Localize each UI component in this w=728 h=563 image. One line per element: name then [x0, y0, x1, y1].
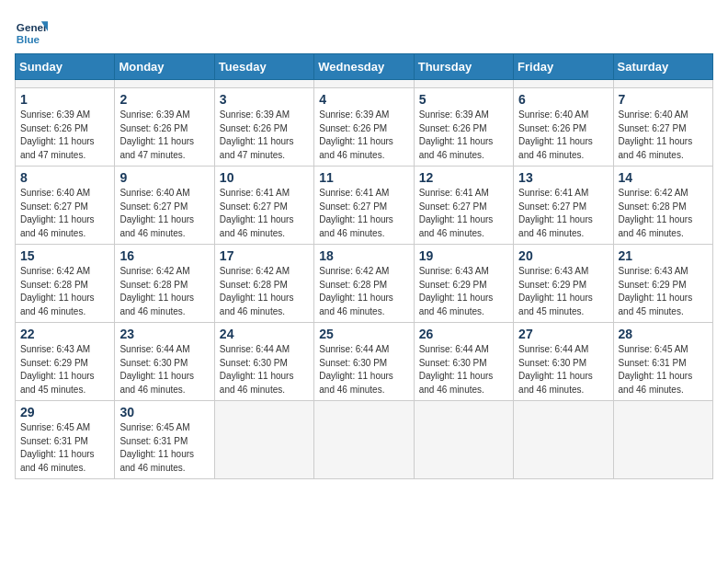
day-info: Sunrise: 6:40 AMSunset: 6:27 PMDaylight:…	[619, 109, 708, 162]
logo: General Blue	[15, 15, 48, 48]
day-number: 1	[20, 92, 109, 107]
day-info: Sunrise: 6:40 AMSunset: 6:27 PMDaylight:…	[20, 187, 109, 240]
day-number: 30	[119, 405, 209, 419]
calendar-cell: 11Sunrise: 6:41 AMSunset: 6:27 PMDayligh…	[314, 167, 414, 245]
day-number: 23	[119, 327, 209, 341]
calendar-cell: 20Sunrise: 6:43 AMSunset: 6:29 PMDayligh…	[514, 245, 613, 323]
day-info: Sunrise: 6:39 AMSunset: 6:26 PMDaylight:…	[20, 109, 109, 162]
day-number: 28	[619, 327, 708, 341]
calendar-cell: 21Sunrise: 6:43 AMSunset: 6:29 PMDayligh…	[613, 245, 712, 323]
calendar-cell: 30Sunrise: 6:45 AMSunset: 6:31 PMDayligh…	[115, 401, 214, 479]
calendar-cell	[214, 80, 313, 88]
weekday-header-thursday: Thursday	[414, 54, 513, 80]
weekday-header-tuesday: Tuesday	[214, 54, 313, 80]
day-info: Sunrise: 6:44 AMSunset: 6:30 PMDaylight:…	[518, 343, 608, 396]
day-number: 4	[319, 92, 408, 107]
day-number: 7	[619, 92, 708, 107]
calendar-cell	[514, 80, 613, 88]
day-number: 6	[518, 92, 608, 107]
day-info: Sunrise: 6:41 AMSunset: 6:27 PMDaylight:…	[319, 187, 408, 240]
calendar-cell	[514, 401, 613, 479]
day-number: 20	[518, 248, 608, 263]
day-info: Sunrise: 6:41 AMSunset: 6:27 PMDaylight:…	[419, 187, 508, 240]
calendar-cell: 15Sunrise: 6:42 AMSunset: 6:28 PMDayligh…	[16, 245, 115, 323]
calendar-cell: 12Sunrise: 6:41 AMSunset: 6:27 PMDayligh…	[414, 167, 513, 245]
calendar-cell	[115, 80, 214, 88]
calendar-cell: 9Sunrise: 6:40 AMSunset: 6:27 PMDaylight…	[115, 167, 214, 245]
day-number: 11	[319, 170, 408, 185]
day-info: Sunrise: 6:43 AMSunset: 6:29 PMDaylight:…	[619, 265, 708, 318]
day-info: Sunrise: 6:40 AMSunset: 6:26 PMDaylight:…	[518, 109, 608, 162]
weekday-header-friday: Friday	[514, 54, 613, 80]
day-number: 14	[619, 170, 708, 185]
day-number: 19	[419, 248, 508, 263]
day-info: Sunrise: 6:42 AMSunset: 6:28 PMDaylight:…	[220, 265, 309, 318]
calendar-cell	[414, 401, 513, 479]
day-number: 5	[419, 92, 508, 107]
calendar-cell: 5Sunrise: 6:39 AMSunset: 6:26 PMDaylight…	[414, 88, 513, 167]
day-info: Sunrise: 6:44 AMSunset: 6:30 PMDaylight:…	[119, 343, 209, 396]
day-info: Sunrise: 6:41 AMSunset: 6:27 PMDaylight:…	[220, 187, 309, 240]
day-info: Sunrise: 6:43 AMSunset: 6:29 PMDaylight:…	[419, 265, 508, 318]
day-number: 8	[20, 170, 109, 185]
calendar-cell: 7Sunrise: 6:40 AMSunset: 6:27 PMDaylight…	[613, 88, 712, 167]
day-number: 15	[20, 248, 109, 263]
calendar-cell: 1Sunrise: 6:39 AMSunset: 6:26 PMDaylight…	[16, 88, 115, 167]
day-number: 25	[319, 327, 408, 341]
weekday-header-monday: Monday	[115, 54, 214, 80]
weekday-header-saturday: Saturday	[613, 54, 712, 80]
logo-icon: General Blue	[15, 15, 48, 48]
day-info: Sunrise: 6:43 AMSunset: 6:29 PMDaylight:…	[518, 265, 608, 318]
day-info: Sunrise: 6:45 AMSunset: 6:31 PMDaylight:…	[119, 421, 209, 475]
calendar-cell	[314, 80, 414, 88]
day-info: Sunrise: 6:42 AMSunset: 6:28 PMDaylight:…	[319, 265, 408, 318]
day-number: 29	[20, 405, 109, 419]
weekday-header-wednesday: Wednesday	[314, 54, 414, 80]
day-number: 10	[220, 170, 309, 185]
day-number: 13	[518, 170, 608, 185]
calendar-cell: 2Sunrise: 6:39 AMSunset: 6:26 PMDaylight…	[115, 88, 214, 167]
svg-text:Blue: Blue	[17, 33, 40, 45]
calendar-cell	[414, 80, 513, 88]
calendar-cell: 23Sunrise: 6:44 AMSunset: 6:30 PMDayligh…	[115, 323, 214, 401]
day-info: Sunrise: 6:44 AMSunset: 6:30 PMDaylight:…	[419, 343, 508, 396]
day-info: Sunrise: 6:39 AMSunset: 6:26 PMDaylight:…	[220, 109, 309, 162]
calendar-table: SundayMondayTuesdayWednesdayThursdayFrid…	[15, 53, 713, 479]
calendar-cell: 29Sunrise: 6:45 AMSunset: 6:31 PMDayligh…	[16, 401, 115, 479]
calendar-cell: 10Sunrise: 6:41 AMSunset: 6:27 PMDayligh…	[214, 167, 313, 245]
day-number: 16	[119, 248, 209, 263]
day-number: 12	[419, 170, 508, 185]
day-info: Sunrise: 6:39 AMSunset: 6:26 PMDaylight:…	[319, 109, 408, 162]
calendar-cell: 17Sunrise: 6:42 AMSunset: 6:28 PMDayligh…	[214, 245, 313, 323]
day-info: Sunrise: 6:45 AMSunset: 6:31 PMDaylight:…	[619, 343, 708, 396]
day-number: 24	[220, 327, 309, 341]
calendar-cell: 24Sunrise: 6:44 AMSunset: 6:30 PMDayligh…	[214, 323, 313, 401]
calendar-cell: 3Sunrise: 6:39 AMSunset: 6:26 PMDaylight…	[214, 88, 313, 167]
calendar-cell	[613, 401, 712, 479]
day-number: 21	[619, 248, 708, 263]
calendar-cell: 27Sunrise: 6:44 AMSunset: 6:30 PMDayligh…	[514, 323, 613, 401]
calendar-cell: 26Sunrise: 6:44 AMSunset: 6:30 PMDayligh…	[414, 323, 513, 401]
calendar-cell: 28Sunrise: 6:45 AMSunset: 6:31 PMDayligh…	[613, 323, 712, 401]
day-info: Sunrise: 6:42 AMSunset: 6:28 PMDaylight:…	[619, 187, 708, 240]
day-number: 3	[220, 92, 309, 107]
day-info: Sunrise: 6:42 AMSunset: 6:28 PMDaylight:…	[20, 265, 109, 318]
day-number: 9	[119, 170, 209, 185]
calendar-cell	[613, 80, 712, 88]
day-number: 17	[220, 248, 309, 263]
day-info: Sunrise: 6:39 AMSunset: 6:26 PMDaylight:…	[119, 109, 209, 162]
day-info: Sunrise: 6:39 AMSunset: 6:26 PMDaylight:…	[419, 109, 508, 162]
day-info: Sunrise: 6:43 AMSunset: 6:29 PMDaylight:…	[20, 343, 109, 396]
calendar-cell: 22Sunrise: 6:43 AMSunset: 6:29 PMDayligh…	[16, 323, 115, 401]
weekday-header-sunday: Sunday	[16, 54, 115, 80]
calendar-cell: 6Sunrise: 6:40 AMSunset: 6:26 PMDaylight…	[514, 88, 613, 167]
calendar-cell	[214, 401, 313, 479]
day-number: 27	[518, 327, 608, 341]
calendar-cell	[16, 80, 115, 88]
day-info: Sunrise: 6:44 AMSunset: 6:30 PMDaylight:…	[319, 343, 408, 396]
day-number: 2	[119, 92, 209, 107]
day-info: Sunrise: 6:40 AMSunset: 6:27 PMDaylight:…	[119, 187, 209, 240]
day-info: Sunrise: 6:44 AMSunset: 6:30 PMDaylight:…	[220, 343, 309, 396]
day-info: Sunrise: 6:42 AMSunset: 6:28 PMDaylight:…	[119, 265, 209, 318]
calendar-cell: 18Sunrise: 6:42 AMSunset: 6:28 PMDayligh…	[314, 245, 414, 323]
